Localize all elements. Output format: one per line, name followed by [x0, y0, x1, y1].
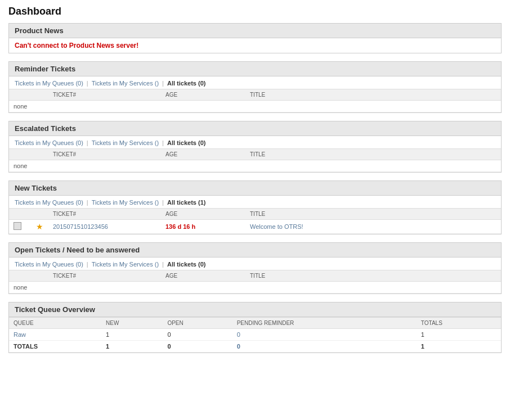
- reminder-empty-cell: none: [9, 101, 501, 112]
- escalated-filter-services[interactable]: Tickets in My Services (): [92, 139, 159, 146]
- new-tickets-section: New Tickets Tickets in My Queues (0) | T…: [8, 180, 502, 234]
- row-checkbox-cell: [9, 220, 32, 234]
- new-filter-services[interactable]: Tickets in My Services (): [92, 199, 159, 206]
- new-col-ticket: TICKET#: [48, 209, 161, 220]
- queue-totals-new: 1: [101, 341, 163, 353]
- queue-totals-row: TOTALS 1 0 0 1: [9, 341, 501, 353]
- escalated-empty-cell: none: [9, 160, 501, 172]
- escalated-filter-queues[interactable]: Tickets in My Queues (0): [15, 139, 83, 146]
- row-age-cell: 136 d 16 h: [161, 220, 245, 234]
- ticket-title-link[interactable]: Welcome to OTRS!: [250, 223, 303, 230]
- reminder-col-check: [9, 89, 32, 101]
- reminder-tickets-filters: Tickets in My Queues (0) | Tickets in My…: [9, 76, 501, 89]
- open-tickets-header: Open Tickets / Need to be answered: [9, 243, 501, 258]
- queue-totals-pending-link[interactable]: 0: [237, 343, 240, 350]
- new-tickets-table: TICKET# AGE TITLE ★ 2015071510123456 136…: [9, 208, 501, 234]
- open-col-ticket: TICKET#: [48, 270, 161, 282]
- escalated-col-title: TITLE: [245, 149, 501, 160]
- product-news-error: Can't connect to Product News server!: [15, 42, 138, 49]
- queue-totals-cell: 1: [417, 329, 501, 341]
- reminder-col-star: [32, 89, 48, 101]
- queue-row: Raw 1 0 0 1: [9, 329, 501, 341]
- reminder-tickets-header: Reminder Tickets: [9, 62, 501, 76]
- open-tickets-filters: Tickets in My Queues (0) | Tickets in My…: [9, 258, 501, 270]
- open-empty-cell: none: [9, 282, 501, 293]
- row-ticket-cell: 2015071510123456: [48, 220, 161, 234]
- escalated-col-star: [32, 149, 48, 160]
- reminder-col-title: TITLE: [245, 89, 501, 101]
- escalated-filter-all: All tickets (0): [167, 139, 205, 146]
- table-row: ★ 2015071510123456 136 d 16 h Welcome to…: [9, 220, 501, 234]
- queue-totals-open: 0: [163, 341, 232, 353]
- new-tickets-filters: Tickets in My Queues (0) | Tickets in My…: [9, 196, 501, 208]
- row-star-cell: ★: [32, 220, 48, 234]
- queue-col-pending: PENDING REMINDER: [232, 318, 417, 329]
- open-col-title: TITLE: [245, 270, 501, 282]
- open-filter-services[interactable]: Tickets in My Services (): [92, 261, 159, 268]
- reminder-tickets-section: Reminder Tickets Tickets in My Queues (0…: [8, 61, 502, 113]
- open-filter-all: All tickets (0): [167, 261, 205, 268]
- page-title: Dashboard: [8, 6, 502, 17]
- row-checkbox[interactable]: [14, 222, 21, 230]
- ticket-number-link[interactable]: 2015071510123456: [53, 223, 108, 230]
- product-news-section: Product News Can't connect to Product Ne…: [8, 23, 502, 53]
- reminder-empty-row: none: [9, 101, 501, 112]
- open-col-star: [32, 270, 48, 282]
- row-title-cell: Welcome to OTRS!: [245, 220, 501, 234]
- reminder-col-ticket: TICKET#: [48, 89, 161, 101]
- product-news-header: Product News: [9, 24, 501, 38]
- escalated-tickets-header: Escalated Tickets: [9, 121, 501, 136]
- queue-open-cell: 0: [163, 329, 232, 341]
- queue-totals-label: TOTALS: [9, 341, 101, 353]
- queue-pending-link[interactable]: 0: [237, 331, 240, 338]
- queue-totals-pending: 0: [232, 341, 417, 353]
- escalated-col-ticket: TICKET#: [48, 149, 161, 160]
- new-col-age: AGE: [161, 209, 245, 220]
- escalated-tickets-section: Escalated Tickets Tickets in My Queues (…: [8, 121, 502, 173]
- queue-overview-table: QUEUE NEW OPEN PENDING REMINDER TOTALS R…: [9, 317, 501, 353]
- queue-new-cell: 1: [101, 329, 163, 341]
- new-filter-queues[interactable]: Tickets in My Queues (0): [15, 199, 83, 206]
- escalated-tickets-table: TICKET# AGE TITLE none: [9, 148, 501, 172]
- queue-pending-cell: 0: [232, 329, 417, 341]
- star-icon[interactable]: ★: [36, 222, 43, 231]
- new-col-star: [32, 209, 48, 220]
- open-empty-row: none: [9, 282, 501, 293]
- reminder-filter-queues[interactable]: Tickets in My Queues (0): [15, 80, 83, 87]
- escalated-empty-row: none: [9, 160, 501, 172]
- queue-name-cell: Raw: [9, 329, 101, 341]
- new-filter-all: All tickets (1): [167, 199, 205, 206]
- queue-overview-header: Ticket Queue Overview: [9, 302, 501, 317]
- queue-col-new: NEW: [101, 318, 163, 329]
- ticket-age: 136 d 16 h: [165, 223, 195, 230]
- open-tickets-table: TICKET# AGE TITLE none: [9, 270, 501, 293]
- queue-col-queue: QUEUE: [9, 318, 101, 329]
- queue-col-totals: TOTALS: [417, 318, 501, 329]
- open-filter-queues[interactable]: Tickets in My Queues (0): [15, 261, 83, 268]
- open-tickets-section: Open Tickets / Need to be answered Ticke…: [8, 242, 502, 294]
- queue-overview-section: Ticket Queue Overview QUEUE NEW OPEN PEN…: [8, 302, 502, 353]
- reminder-tickets-table: TICKET# AGE TITLE none: [9, 89, 501, 112]
- escalated-tickets-filters: Tickets in My Queues (0) | Tickets in My…: [9, 136, 501, 148]
- new-tickets-header: New Tickets: [9, 181, 501, 196]
- new-col-title: TITLE: [245, 209, 501, 220]
- reminder-filter-all: All tickets (0): [167, 80, 205, 87]
- new-col-check: [9, 209, 32, 220]
- reminder-col-age: AGE: [161, 89, 245, 101]
- queue-name-link[interactable]: Raw: [14, 331, 26, 338]
- open-col-age: AGE: [161, 270, 245, 282]
- queue-col-open: OPEN: [163, 318, 232, 329]
- queue-totals-total: 1: [417, 341, 501, 353]
- open-col-check: [9, 270, 32, 282]
- escalated-col-check: [9, 149, 32, 160]
- reminder-filter-services[interactable]: Tickets in My Services (): [92, 80, 159, 87]
- escalated-col-age: AGE: [161, 149, 245, 160]
